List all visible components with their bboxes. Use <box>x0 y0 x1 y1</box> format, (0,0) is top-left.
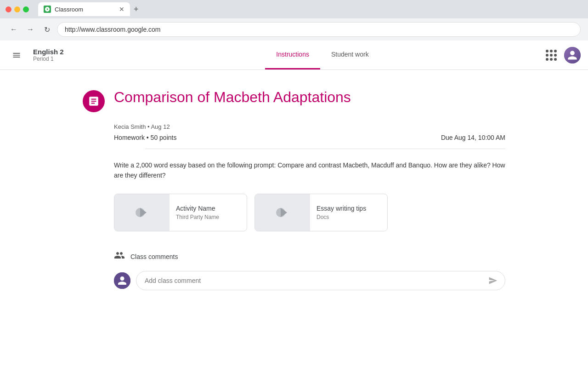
nav-center-tabs: Instructions Student work <box>110 40 535 69</box>
class-period: Period 1 <box>33 56 64 62</box>
comments-header: Class comments <box>114 250 505 264</box>
attachment-info-activity: Activity Name Third Party Name <box>170 199 226 226</box>
tab-close-icon[interactable]: ✕ <box>119 6 124 13</box>
maximize-window-button[interactable] <box>23 6 29 12</box>
user-avatar[interactable] <box>564 47 581 63</box>
browser-tab-classroom[interactable]: Classroom ✕ <box>38 2 130 16</box>
browser-chrome: Classroom ✕ + ← → ↻ http://www.classroom… <box>0 0 588 40</box>
hamburger-menu-button[interactable] <box>7 46 26 64</box>
assignment-meta: Kecia Smith • Aug 12 Homework • 50 point… <box>83 123 505 149</box>
browser-forward-button[interactable]: → <box>24 23 37 36</box>
comment-user-avatar <box>114 272 130 289</box>
class-comments-section: Class comments <box>83 250 505 290</box>
assignment-bullet: • <box>147 134 151 141</box>
apps-grid-button[interactable] <box>542 46 560 64</box>
assignment-title: Comparison of Macbeth Adaptations <box>114 88 351 106</box>
comment-input-row <box>114 271 505 290</box>
top-navigation: English 2 Period 1 Instructions Student … <box>0 40 588 70</box>
send-comment-button[interactable] <box>485 272 501 289</box>
assignment-date: Aug 12 <box>151 123 170 130</box>
assignment-points: 50 points <box>151 134 177 141</box>
assignment-type: Homework <box>114 134 145 141</box>
app-container: English 2 Period 1 Instructions Student … <box>0 40 588 368</box>
assignment-due: Due Aug 14, 10:00 AM <box>441 134 505 141</box>
attachment-card-essay[interactable]: Essay writing tips Docs <box>254 194 388 231</box>
attachment-type-essay: Docs <box>317 214 366 220</box>
assignment-meta-row: Homework • 50 points Due Aug 14, 10:00 A… <box>114 134 505 141</box>
browser-refresh-button[interactable]: ↻ <box>40 23 53 36</box>
comment-text-input[interactable] <box>145 277 485 284</box>
browser-titlebar: Classroom ✕ + <box>0 0 588 18</box>
attachment-thumbnail-essay <box>255 194 310 231</box>
assignment-divider <box>145 149 505 149</box>
tab-instructions[interactable]: Instructions <box>265 40 320 69</box>
tab-student-work[interactable]: Student work <box>320 40 380 69</box>
tab-favicon <box>44 6 51 13</box>
nav-right <box>535 40 588 69</box>
assignment-type-points: Homework • 50 points <box>114 134 176 141</box>
assignment-description: Write a 2,000 word essay based on the fo… <box>83 160 505 181</box>
attachment-name-essay: Essay writing tips <box>317 205 366 212</box>
tab-title: Classroom <box>55 6 83 13</box>
attachment-card-activity[interactable]: Activity Name Third Party Name <box>114 194 247 231</box>
url-text: http://www.classroom.google.com <box>65 26 161 33</box>
browser-window-controls <box>6 6 29 12</box>
address-bar[interactable]: http://www.classroom.google.com <box>57 22 581 37</box>
browser-tabs: Classroom ✕ + <box>38 2 141 16</box>
class-name: English 2 <box>33 48 64 56</box>
attachment-info-essay: Essay writing tips Docs <box>310 199 373 226</box>
assignment-author-date: Kecia Smith • Aug 12 <box>114 123 505 130</box>
attachments-section: Activity Name Third Party Name Essay wri… <box>83 194 505 231</box>
comments-people-icon <box>114 250 125 264</box>
browser-back-button[interactable]: ← <box>7 23 20 36</box>
comment-input-wrapper[interactable] <box>136 271 505 290</box>
minimize-window-button[interactable] <box>14 6 20 12</box>
close-window-button[interactable] <box>6 6 11 12</box>
browser-addressbar: ← → ↻ http://www.classroom.google.com <box>0 18 588 40</box>
class-info: English 2 Period 1 <box>33 48 64 62</box>
nav-left: English 2 Period 1 <box>0 40 110 69</box>
assignment-header: Comparison of Macbeth Adaptations <box>83 88 505 112</box>
new-tab-button[interactable]: + <box>132 3 141 16</box>
attachment-type-activity: Third Party Name <box>176 214 219 220</box>
apps-grid-icon <box>546 50 557 61</box>
attachment-name-activity: Activity Name <box>176 205 219 212</box>
assignment-author: Kecia Smith <box>114 123 146 130</box>
comments-section-title: Class comments <box>130 253 178 260</box>
avatar-image <box>564 47 581 63</box>
attachment-thumbnail-activity <box>114 194 170 231</box>
main-content: Comparison of Macbeth Adaptations Kecia … <box>74 70 514 309</box>
assignment-icon <box>83 90 105 112</box>
